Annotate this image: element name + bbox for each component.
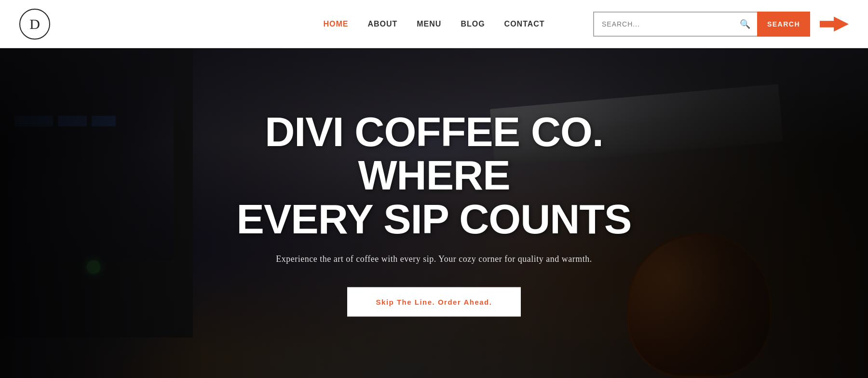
search-area: 🔍 SEARCH: [593, 12, 849, 37]
hero-title-line1: DIVI COFFEE CO. WHERE: [265, 108, 603, 198]
search-input[interactable]: [593, 12, 757, 37]
search-input-wrapper: 🔍: [593, 12, 757, 37]
nav-item-about[interactable]: ABOUT: [367, 20, 397, 28]
header: D HOME ABOUT MENU BLOG CONTACT 🔍 SEARCH: [0, 0, 868, 48]
search-button[interactable]: SEARCH: [757, 12, 810, 37]
main-nav: HOME ABOUT MENU BLOG CONTACT: [323, 20, 544, 28]
arrow-icon: [820, 15, 849, 33]
logo-area[interactable]: D: [19, 9, 50, 40]
svg-marker-0: [820, 16, 849, 31]
hero-cta-button[interactable]: Skip The Line. Order Ahead.: [347, 287, 521, 316]
hero-section: DIVI COFFEE CO. WHERE EVERY SIP COUNTS E…: [0, 48, 868, 378]
hero-content: DIVI COFFEE CO. WHERE EVERY SIP COUNTS E…: [217, 110, 651, 317]
hero-title: DIVI COFFEE CO. WHERE EVERY SIP COUNTS: [217, 110, 651, 241]
hero-subtitle: Experience the art of coffee with every …: [217, 254, 651, 264]
hero-title-line2: EVERY SIP COUNTS: [237, 195, 632, 242]
logo-icon[interactable]: D: [19, 9, 50, 40]
search-icon: 🔍: [740, 19, 750, 29]
logo-letter: D: [29, 16, 40, 32]
nav-item-home[interactable]: HOME: [323, 20, 348, 28]
nav-item-blog[interactable]: BLOG: [461, 20, 485, 28]
arrow-indicator: [820, 15, 849, 33]
nav-item-contact[interactable]: CONTACT: [504, 20, 545, 28]
nav-item-menu[interactable]: MENU: [417, 20, 441, 28]
